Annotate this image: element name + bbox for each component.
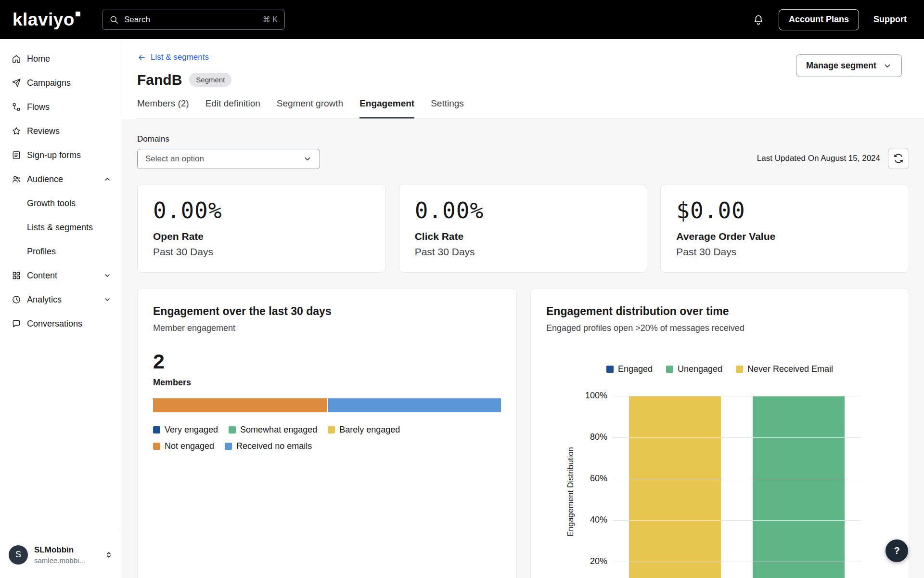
header-left: List & segments FandB Segment bbox=[137, 53, 231, 88]
legend-label: Engaged bbox=[618, 364, 653, 374]
sidebar-item-content[interactable]: Content bbox=[0, 263, 122, 288]
user-account-menu[interactable]: S SLMobbin samlee.mobbi... bbox=[0, 531, 122, 578]
user-email: samlee.mobbi... bbox=[34, 556, 85, 565]
gridline bbox=[613, 479, 860, 479]
chevron-down-icon bbox=[103, 296, 111, 303]
legend-item-very-engaged[interactable]: Very engaged bbox=[153, 425, 218, 435]
members-count: 2 bbox=[153, 350, 501, 373]
page-body: Domains Select an option Last Updated On… bbox=[122, 119, 924, 578]
domains-select[interactable]: Select an option bbox=[137, 149, 320, 169]
notifications-bell-icon[interactable] bbox=[753, 14, 764, 26]
sidebar-item-home[interactable]: Home bbox=[0, 47, 122, 71]
sidebar-nav: Home Campaigns Flows Reviews Sign-up for… bbox=[0, 39, 122, 336]
filters-row: Domains Select an option Last Updated On… bbox=[137, 134, 909, 169]
sidebar-item-lists-segments[interactable]: Lists & segments bbox=[0, 215, 122, 239]
back-link-label: List & segments bbox=[151, 53, 209, 62]
refresh-icon bbox=[893, 153, 904, 164]
tab-settings[interactable]: Settings bbox=[431, 98, 464, 118]
chevron-up-down-icon bbox=[104, 551, 113, 559]
sidebar-item-label: Conversations bbox=[27, 319, 82, 329]
legend-swatch bbox=[153, 426, 160, 434]
search-icon bbox=[109, 15, 119, 25]
members-label: Members bbox=[153, 378, 501, 388]
content-grid-icon bbox=[12, 271, 21, 280]
tab-engagement[interactable]: Engagement bbox=[359, 98, 414, 118]
distribution-chart: Engagement Distribution 100%80%60%40%20% bbox=[546, 396, 893, 578]
legend-item-unengaged[interactable]: Unengaged bbox=[666, 364, 722, 374]
legend-label: Unengaged bbox=[678, 364, 722, 374]
logo-text: klaviyo bbox=[13, 10, 75, 30]
legend-swatch bbox=[736, 366, 743, 373]
legend-swatch bbox=[606, 366, 614, 373]
support-link[interactable]: Support bbox=[873, 14, 907, 25]
klaviyo-logo[interactable]: klaviyo bbox=[13, 10, 80, 30]
sidebar-item-label: Profiles bbox=[27, 247, 56, 257]
chat-bubble-icon bbox=[12, 319, 21, 328]
sidebar-item-campaigns[interactable]: Campaigns bbox=[0, 71, 122, 95]
legend-item-somewhat-engaged[interactable]: Somewhat engaged bbox=[229, 425, 317, 435]
tabs: Members (2) Edit definition Segment grow… bbox=[137, 98, 924, 119]
sidebar-item-label: Sign-up forms bbox=[27, 150, 81, 160]
chevron-down-icon bbox=[883, 62, 892, 70]
legend-label: Barely engaged bbox=[339, 425, 400, 435]
y-tick-label: 80% bbox=[546, 432, 607, 442]
sidebar-item-flows[interactable]: Flows bbox=[0, 95, 122, 119]
sidebar-item-growth-tools[interactable]: Growth tools bbox=[0, 191, 122, 215]
form-icon bbox=[12, 150, 21, 160]
user-name: SLMobbin bbox=[34, 545, 85, 555]
distribution-plot bbox=[613, 396, 860, 578]
search-input[interactable]: Search ⌘ K bbox=[102, 10, 285, 30]
legend-item-received-no-emails[interactable]: Received no emails bbox=[225, 441, 312, 451]
tab-members[interactable]: Members (2) bbox=[137, 98, 189, 118]
legend-item-not-engaged[interactable]: Not engaged bbox=[153, 441, 214, 451]
sidebar-item-profiles[interactable]: Profiles bbox=[0, 239, 122, 263]
legend-swatch bbox=[153, 443, 160, 450]
legend-item-barely-engaged[interactable]: Barely engaged bbox=[328, 425, 400, 435]
refresh-button[interactable] bbox=[888, 148, 909, 169]
sidebar-item-conversations[interactable]: Conversations bbox=[0, 312, 122, 336]
bar-unengaged[interactable] bbox=[753, 396, 845, 578]
page-header: List & segments FandB Segment Manage seg… bbox=[122, 39, 924, 119]
metric-period: Past 30 Days bbox=[676, 246, 893, 258]
sidebar-item-reviews[interactable]: Reviews bbox=[0, 119, 122, 143]
engagement-card-title: Engagement over the last 30 days bbox=[153, 305, 501, 318]
topbar: klaviyo Search ⌘ K Account Plans Support bbox=[0, 0, 924, 39]
domains-label: Domains bbox=[137, 134, 320, 144]
topbar-actions: Account Plans Support bbox=[753, 9, 907, 30]
sidebar-item-label: Flows bbox=[27, 102, 50, 112]
sidebar-item-audience[interactable]: Audience bbox=[0, 167, 122, 191]
chevron-up-icon bbox=[103, 175, 111, 183]
back-link[interactable]: List & segments bbox=[137, 53, 209, 62]
tab-edit-definition[interactable]: Edit definition bbox=[205, 98, 260, 118]
gridline bbox=[613, 396, 860, 396]
sidebar-item-signup-forms[interactable]: Sign-up forms bbox=[0, 143, 122, 167]
bar-segment-not-engaged[interactable] bbox=[153, 398, 327, 412]
distribution-card: Engagement distribution over time Engage… bbox=[530, 288, 909, 578]
manage-segment-button[interactable]: Manage segment bbox=[796, 54, 902, 77]
bar-never-received-email[interactable] bbox=[629, 396, 721, 578]
sidebar-item-label: Campaigns bbox=[27, 78, 71, 88]
help-button[interactable]: ? bbox=[886, 539, 908, 562]
search-shortcut: ⌘ K bbox=[263, 15, 278, 24]
metric-value: $0.00 bbox=[676, 197, 893, 223]
audience-sub-items: Growth tools Lists & segments Profiles bbox=[0, 191, 122, 263]
legend-label: Not engaged bbox=[165, 441, 214, 451]
legend-item-never-received-email[interactable]: Never Received Email bbox=[736, 364, 833, 374]
engagement-card-subtitle: Member engagement bbox=[153, 323, 501, 333]
home-icon bbox=[12, 54, 21, 64]
tab-segment-growth[interactable]: Segment growth bbox=[277, 98, 343, 118]
legend-label: Somewhat engaged bbox=[240, 425, 317, 435]
flows-icon bbox=[12, 102, 21, 112]
legend-label: Received no emails bbox=[236, 441, 312, 451]
logo-mark bbox=[76, 12, 80, 16]
sidebar-item-analytics[interactable]: Analytics bbox=[0, 288, 122, 312]
bar-segment-received-no-emails[interactable] bbox=[327, 398, 501, 412]
metric-period: Past 30 Days bbox=[415, 246, 632, 258]
account-plans-button[interactable]: Account Plans bbox=[779, 9, 859, 30]
distribution-card-title: Engagement distribution over time bbox=[546, 305, 893, 318]
metric-card-click-rate: 0.00% Click Rate Past 30 Days bbox=[399, 184, 648, 273]
chart-cards: Engagement over the last 30 days Member … bbox=[137, 288, 909, 578]
member-engagement-bar bbox=[153, 398, 501, 412]
legend-item-engaged[interactable]: Engaged bbox=[606, 364, 653, 374]
engagement-legend: Very engagedSomewhat engagedBarely engag… bbox=[153, 425, 461, 451]
